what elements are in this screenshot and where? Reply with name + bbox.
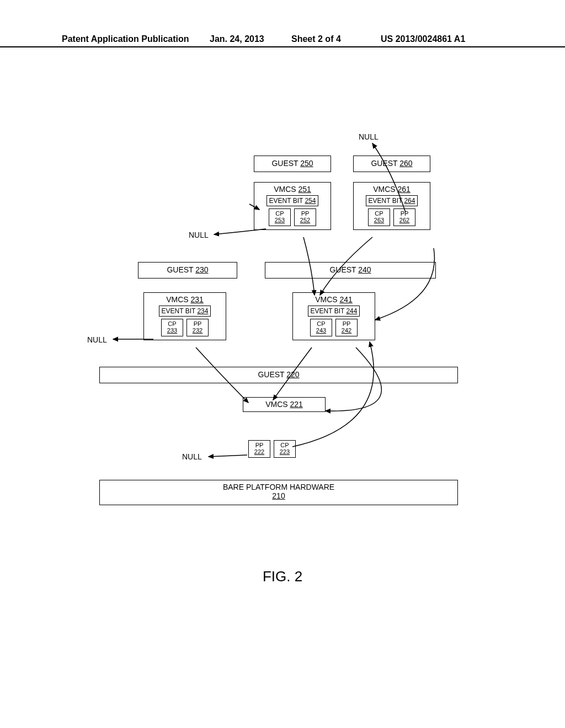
event-244: EVENT BIT 244 [308, 306, 360, 317]
vmcs-261: VMCS 261 EVENT BIT 264 CP263 PP262 [353, 182, 430, 230]
header-publication: Patent Application Publication [62, 34, 189, 44]
figure-label: FIG. 2 [0, 568, 565, 585]
event-254: EVENT BIT 254 [266, 195, 319, 206]
cp-223: CP223 [274, 440, 296, 458]
null-top: NULL [359, 132, 379, 141]
vmcs-251: VMCS 251 EVENT BIT 254 CP253 PP252 [254, 182, 331, 230]
cp-253: CP253 [269, 208, 291, 226]
guest-260: GUEST 260 [353, 156, 430, 172]
cp-233: CP233 [161, 319, 183, 336]
guest-label: GUEST [271, 159, 298, 168]
vmcs-221: VMCS 221 [243, 397, 326, 412]
header-date: Jan. 24, 2013 [210, 34, 264, 44]
header-sheet: Sheet 2 of 4 [291, 34, 341, 44]
bare-platform: BARE PLATFORM HARDWARE 210 [99, 480, 458, 505]
pp-232: PP232 [186, 319, 209, 336]
diagram-container: NULL NULL NULL NULL GUEST 250 GUEST 260 … [83, 138, 480, 540]
cp-243: CP243 [310, 319, 332, 336]
guest-250: GUEST 250 [254, 156, 331, 172]
pp-242: PP242 [335, 319, 358, 336]
event-234: EVENT BIT 234 [159, 306, 211, 317]
event-264: EVENT BIT 264 [366, 195, 418, 206]
guest-250-ref: 250 [300, 159, 313, 168]
guest-label: GUEST [371, 159, 397, 168]
guest-240: GUEST 240 [265, 262, 436, 279]
page-header: Patent Application Publication Jan. 24, … [0, 46, 565, 47]
header-docnum: US 2013/0024861 A1 [381, 34, 465, 44]
null-251: NULL [189, 231, 209, 239]
pp-262: PP262 [393, 208, 415, 226]
guest-260-ref: 260 [399, 159, 412, 168]
pp-222: PP222 [248, 440, 270, 458]
vmcs-241: VMCS 241 EVENT BIT 244 CP243 PP242 [292, 292, 375, 340]
pp-252: PP252 [294, 208, 316, 226]
null-231: NULL [87, 335, 107, 344]
guest-220: GUEST 220 [99, 367, 458, 383]
vmcs-231: VMCS 231 EVENT BIT 234 CP233 PP232 [143, 292, 226, 340]
cp-263: CP263 [368, 208, 390, 226]
null-221: NULL [182, 452, 202, 461]
guest-230: GUEST 230 [138, 262, 237, 279]
